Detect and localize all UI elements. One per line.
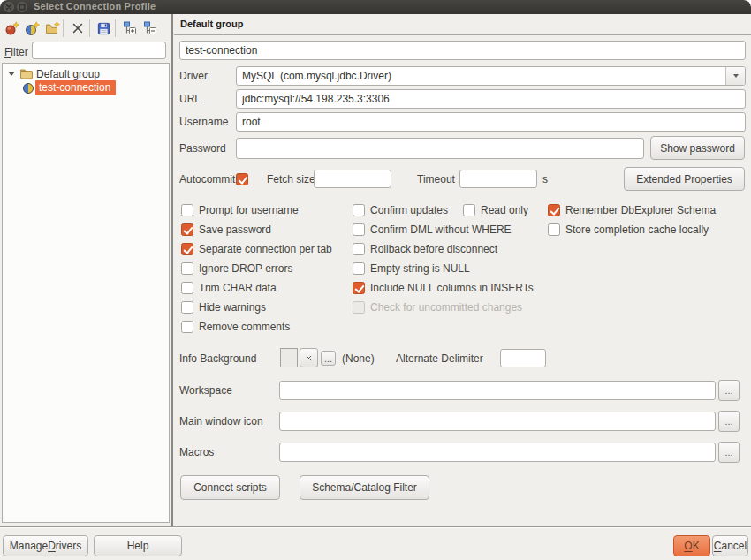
help-button[interactable]: Help xyxy=(94,535,182,556)
checkbox-save-password[interactable]: Save password xyxy=(181,223,271,237)
checkbox-rollback-before-disconnect[interactable]: Rollback before disconnect xyxy=(353,242,497,256)
workspace-browse-button[interactable]: ... xyxy=(718,380,740,401)
checkbox-box xyxy=(181,301,193,314)
checkbox-box xyxy=(181,282,193,294)
profile-tree[interactable]: Default group test-connection xyxy=(2,63,170,523)
tree-group-default-group[interactable]: Default group xyxy=(3,66,169,81)
driver-select[interactable]: MySQL (com.mysql.jdbc.Driver) xyxy=(236,66,746,86)
profile-name-input[interactable] xyxy=(179,41,746,60)
filter-input[interactable] xyxy=(32,42,166,59)
checkbox-box xyxy=(548,223,560,236)
checkbox-box xyxy=(548,204,560,216)
url-label: URL xyxy=(179,89,201,109)
save-profiles-button[interactable] xyxy=(94,18,113,39)
collapse-all-button[interactable] xyxy=(140,18,159,39)
checkbox-trim-char-data[interactable]: Trim CHAR data xyxy=(181,281,277,295)
macros-browse-button[interactable]: ... xyxy=(718,442,740,463)
main-window-icon-input[interactable] xyxy=(279,412,716,431)
toolbar-separator xyxy=(89,19,90,37)
copy-profile-icon xyxy=(25,20,41,36)
folder-icon xyxy=(20,69,33,79)
checkbox-prompt-for-username[interactable]: Prompt for username xyxy=(181,203,299,217)
close-button[interactable] xyxy=(4,2,14,12)
timeout-unit-label: s xyxy=(542,170,548,189)
checkbox-separate-connection-per-tab[interactable]: Separate connection per tab xyxy=(181,242,332,256)
password-input[interactable] xyxy=(236,138,644,159)
delete-profile-icon xyxy=(71,21,85,35)
maximize-icon xyxy=(19,4,26,11)
workspace-input[interactable] xyxy=(279,381,716,400)
autocommit-checkbox[interactable] xyxy=(236,172,248,186)
checkbox-box xyxy=(181,262,193,275)
new-folder-icon xyxy=(45,20,61,36)
info-background-clear-button[interactable] xyxy=(300,348,318,367)
workspace-label: Workspace xyxy=(179,381,232,400)
checkbox-box xyxy=(353,223,365,236)
delete-profile-button[interactable] xyxy=(68,18,87,39)
maximize-button[interactable] xyxy=(17,2,27,12)
expand-all-button[interactable] xyxy=(119,18,139,39)
new-profile-button[interactable] xyxy=(3,18,22,39)
driver-value: MySQL (com.mysql.jdbc.Driver) xyxy=(237,70,725,82)
username-label: Username xyxy=(179,112,228,132)
checkbox-check-for-uncommitted-changes: Check for uncommitted changes xyxy=(353,300,522,314)
checkbox-box xyxy=(463,204,475,216)
alternate-delimiter-input[interactable] xyxy=(500,349,546,367)
checkbox-box xyxy=(181,243,193,255)
show-password-button[interactable]: Show password xyxy=(650,136,745,160)
timeout-label: Timeout xyxy=(417,170,455,189)
panel-divider xyxy=(171,14,173,526)
new-folder-button[interactable] xyxy=(43,18,63,39)
extended-properties-button[interactable]: Extended Properties xyxy=(624,167,745,191)
checkbox-store-completion-cache-locally[interactable]: Store completion cache locally xyxy=(548,223,709,237)
timeout-input[interactable] xyxy=(459,170,537,188)
checkbox-remember-dbexplorer-schema[interactable]: Remember DbExplorer Schema xyxy=(548,203,716,217)
tree-item-label-selected[interactable]: test-connection xyxy=(35,80,116,95)
ok-button[interactable]: OK xyxy=(673,535,710,556)
group-header: Default group xyxy=(180,19,244,29)
username-input[interactable] xyxy=(236,112,746,132)
driver-dropdown-button[interactable] xyxy=(725,67,745,85)
checkbox-ignore-drop-errors[interactable]: Ignore DROP errors xyxy=(181,261,292,276)
schema-catalog-filter-button[interactable]: Schema/Catalog Filter xyxy=(300,475,429,500)
macros-input[interactable] xyxy=(279,443,716,462)
connect-scripts-button[interactable]: Connect scripts xyxy=(180,475,280,500)
collapse-tree-icon xyxy=(141,20,157,36)
tree-item-test-connection[interactable]: test-connection xyxy=(3,80,169,95)
manage-drivers-button[interactable]: Manage Drivers xyxy=(3,535,88,556)
url-input[interactable] xyxy=(236,89,746,109)
main-window-icon-label: Main window icon xyxy=(179,412,263,431)
checkbox-confirm-updates[interactable]: Confirm updates xyxy=(353,203,448,217)
checkbox-box xyxy=(353,204,365,216)
main-window-icon-browse-button[interactable]: ... xyxy=(718,411,740,432)
info-background-value: (None) xyxy=(342,349,375,368)
cancel-button[interactable]: Cancel xyxy=(712,535,748,556)
checkbox-box xyxy=(353,301,365,314)
alternate-delimiter-label: Alternate Delimiter xyxy=(396,349,483,368)
checkbox-box xyxy=(181,321,193,333)
checkbox-box xyxy=(353,243,365,255)
chevron-down-icon xyxy=(733,74,739,78)
copy-profile-button[interactable] xyxy=(23,18,42,39)
titlebar[interactable]: Select Connection Profile xyxy=(0,0,751,14)
checkbox-confirm-dml-without-where[interactable]: Confirm DML without WHERE xyxy=(353,223,512,237)
new-profile-icon xyxy=(4,20,20,36)
checkbox-remove-comments[interactable]: Remove comments xyxy=(181,320,290,334)
checkbox-include-null-columns-in-inserts[interactable]: Include NULL columns in INSERTs xyxy=(353,281,534,295)
info-background-browse-button[interactable]: ... xyxy=(321,351,336,366)
filter-label: Filter xyxy=(4,43,28,61)
fetch-size-input[interactable] xyxy=(314,170,391,188)
window-title: Select Connection Profile xyxy=(34,1,156,11)
checkbox-box xyxy=(181,223,193,236)
close-icon xyxy=(5,4,12,11)
expand-tree-icon xyxy=(121,20,137,36)
checkbox-hide-warnings[interactable]: Hide warnings xyxy=(181,300,266,314)
expander-icon[interactable] xyxy=(8,72,15,76)
group-header-rule xyxy=(174,34,751,35)
x-icon xyxy=(306,353,312,363)
toolbar-separator xyxy=(63,19,64,37)
checkbox-box xyxy=(353,262,365,275)
checkbox-box xyxy=(236,173,248,185)
checkbox-empty-string-is-null[interactable]: Empty string is NULL xyxy=(353,261,470,276)
checkbox-read-only[interactable]: Read only xyxy=(463,203,528,217)
